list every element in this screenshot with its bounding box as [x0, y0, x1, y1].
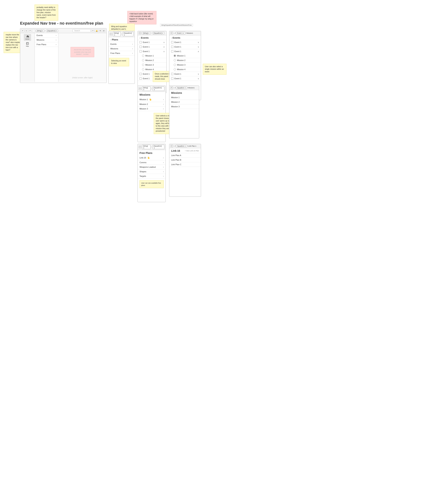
squadron-dd-link16[interactable]: Squadron ∨	[176, 145, 187, 147]
ed-event-5[interactable]: Event 1 ∨	[169, 76, 201, 81]
md-mission-2[interactable]: Mission 2	[169, 100, 199, 104]
mission-item-2[interactable]: Mission 2	[142, 58, 166, 63]
md-mission-1[interactable]: Mission 1	[169, 95, 199, 100]
ed-event-1[interactable]: Event 1 ∨	[169, 40, 201, 45]
wing-dropdown[interactable]: [Wing] ∨	[36, 30, 44, 32]
event-item-3[interactable]: Event 1 ∧	[138, 49, 166, 53]
nav-tree: Events › Missions › Free Plans ›	[35, 33, 58, 82]
ed-mission-2[interactable]: Mission 2	[174, 58, 201, 63]
squadron-dd-fp[interactable]: [Squadron] ∨	[153, 145, 165, 149]
squadron-dd-md[interactable]: Squadron ∨	[176, 86, 187, 89]
content-area: should this nav thing be available only …	[58, 33, 106, 82]
wing-dd-events[interactable]: [Wing] ∨	[142, 32, 151, 34]
close-events-detail[interactable]: ✕	[170, 32, 173, 34]
event-checkbox-1[interactable]	[140, 41, 142, 43]
link16-plan-a[interactable]: Link Plan A	[169, 153, 201, 158]
mission-item-1[interactable]: Mission 1	[142, 53, 166, 58]
undo-icon[interactable]: ↺	[29, 29, 32, 32]
close-icon[interactable]: ✕	[21, 29, 24, 32]
grid-icon[interactable]: ⊞	[102, 29, 105, 32]
plans-back[interactable]: ‹ Plans	[109, 37, 135, 42]
close-free-plans[interactable]: ✕	[139, 146, 141, 148]
fp-targets[interactable]: Targets ›	[138, 174, 165, 178]
camera-icon[interactable]: ⊙	[25, 29, 28, 32]
sidebar-home[interactable]: Home	[24, 34, 31, 41]
plans-missions[interactable]: Missions›	[109, 46, 135, 51]
page-title: Expanded Nav tree - no event/msn/free pl…	[20, 21, 103, 26]
close-link16[interactable]: ✕	[170, 145, 173, 147]
main-wireframe: ✕ ⊙ ↺ → [Wing] ∨ / [Squadron] ∨ Search ✕…	[20, 28, 107, 83]
panel-link16-detail: ✕ ○ / Squadron ∨ / Link Plan A Link-16 +…	[169, 144, 201, 197]
fp-comms[interactable]: Comms ›	[138, 160, 165, 165]
fp-link16[interactable]: Link-16 👆 ›	[138, 155, 165, 160]
mission-item-3[interactable]: Mission 3	[142, 63, 166, 67]
ed-event-3[interactable]: Event 1 ∧	[169, 49, 201, 53]
redo-icon[interactable]: →	[32, 29, 35, 32]
event-checkbox-2[interactable]	[140, 46, 142, 48]
panel-events-list: ✕ [Wing] ∨ / [Squadron] ∨ ‹ Events Event…	[138, 31, 167, 93]
nav-events[interactable]: Events ›	[35, 33, 58, 38]
squadron-dd-missions[interactable]: [Squadron] ∨	[153, 86, 165, 91]
sticky-back-button: • Add back button (like event) • Add exa…	[127, 11, 156, 24]
close-events-list[interactable]: ✕	[139, 32, 141, 34]
plans-free-plans[interactable]: Free Plans›	[109, 51, 135, 55]
plans-events[interactable]: Events›	[109, 42, 135, 46]
squadron-dropdown[interactable]: [Squadron] ∨	[46, 30, 58, 32]
radio-mission-3[interactable]	[142, 64, 144, 66]
breadcrumb-events-detail: ○ / Event 1 ∨ / Mission1	[174, 32, 193, 34]
close-missions-detail[interactable]: ✕	[170, 86, 173, 89]
ml-mission-1[interactable]: Mission 1 👆 ›	[138, 97, 165, 102]
ml-mission-3[interactable]: Mission 3 ›	[138, 106, 165, 111]
missions-detail-header: ✕ ○ / Squadron ∨ / Mission1	[169, 86, 199, 90]
events-detail-header: ✕ ○ / Event 1 ∨ / Mission1	[169, 31, 201, 35]
ml-mission-2[interactable]: Mission 2 ›	[138, 102, 165, 106]
sticky-header-names: probably need ability to change the name…	[34, 4, 58, 21]
ed-mission-1[interactable]: Mission 1	[174, 53, 201, 58]
close-plans[interactable]: ✕	[110, 33, 112, 35]
event-item-2[interactable]: Event 1 ∨	[138, 45, 166, 49]
event-checkbox-3[interactable]	[140, 50, 142, 52]
ed-mission-4[interactable]: Mission 4	[174, 67, 201, 72]
ed-mission-3[interactable]: Mission 3	[174, 63, 201, 67]
events-detail-back[interactable]: ‹ Events	[169, 35, 201, 40]
link16-detail-header: ✕ ○ / Squadron ∨ / Link Plan A	[169, 144, 201, 148]
sticky-nav-available: should this nav thing be available only …	[71, 47, 94, 57]
events-back[interactable]: ‹ Events	[138, 35, 166, 40]
md-title: Missions	[169, 90, 199, 95]
sticky-selecting-event: Selecting an event to view	[109, 58, 129, 66]
squadron-dd-plans[interactable]: [Squadron] ∨	[123, 32, 133, 36]
link16-plan-b[interactable]: Link Plan B	[169, 158, 201, 162]
breadcrumb-link16: ○ / Squadron ∨ / Link Plan A	[174, 145, 196, 147]
fp-weapons[interactable]: Weapons Loadout ›	[138, 165, 165, 169]
sticky-single-mission: User can also select a single mission wi…	[203, 64, 226, 75]
ed-event-2[interactable]: Event 1 ∨	[169, 45, 201, 49]
search-box[interactable]: Search	[73, 29, 91, 32]
event-item-1[interactable]: Event 1 ∨	[138, 40, 166, 45]
free-plans-header: ✕ [Wing] ∨ / [Squadron] ∨	[138, 144, 165, 150]
md-mission-3[interactable]: Mission 3	[169, 104, 199, 109]
close-missions-list[interactable]: ✕	[139, 87, 141, 90]
ed-event-4[interactable]: Event 1 ∨	[169, 72, 201, 76]
link16-plan-c[interactable]: Link Plan C	[169, 162, 201, 167]
sidebar: Home Map	[20, 33, 35, 82]
events-list-header: ✕ [Wing] ∨ / [Squadron] ∨	[138, 31, 166, 35]
gear-icon[interactable]: ⚙	[99, 29, 102, 32]
sticky-nav-tree: maybe move the nav tree where the camera…	[4, 32, 22, 53]
event-dd[interactable]: Event 1 ∨	[176, 32, 185, 34]
wing-dd-fp[interactable]: [Wing] ∨	[142, 145, 151, 149]
radio-mission-4[interactable]	[142, 68, 144, 70]
bell-icon[interactable]: 🔔	[95, 29, 98, 32]
event-checkbox-4[interactable]	[140, 73, 142, 75]
close-icon-2[interactable]: ✕	[92, 29, 95, 32]
wing-dd-missions[interactable]: [Wing] ∨	[142, 86, 151, 91]
radio-mission-2[interactable]	[142, 59, 144, 61]
panel-free-plans: ✕ [Wing] ∨ / [Squadron] ∨ Free Plans Lin…	[138, 144, 166, 202]
squadron-dd-events[interactable]: [Squadron] ∨	[153, 32, 165, 34]
event-checkbox-5[interactable]	[140, 77, 142, 80]
nav-missions[interactable]: Missions ›	[35, 38, 58, 42]
sidebar-map[interactable]: Map	[24, 41, 31, 48]
nav-free-plans[interactable]: Free Plans ›	[35, 42, 58, 47]
radio-mission-1[interactable]	[142, 55, 144, 57]
fp-shapes[interactable]: Shapes ›	[138, 169, 165, 174]
wing-dd-plans[interactable]: [Wing] ∨	[113, 32, 121, 36]
